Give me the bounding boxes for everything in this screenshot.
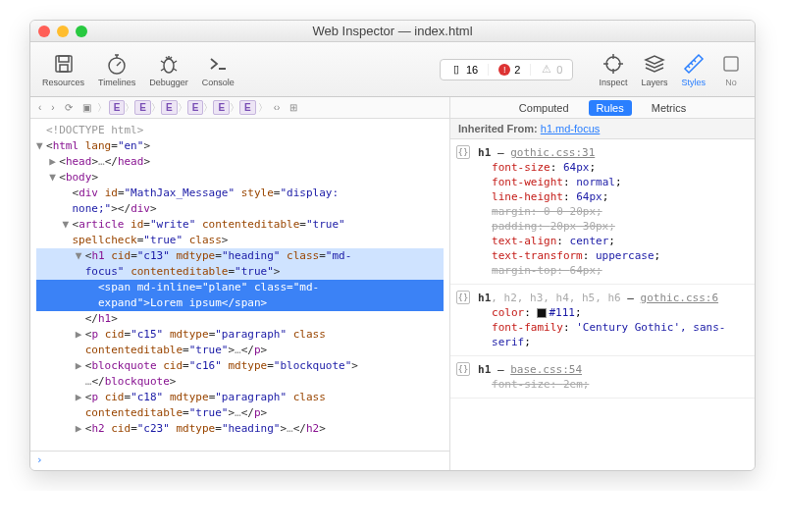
dom-line[interactable]: …</blockquote> <box>36 374 444 390</box>
save-icon <box>52 52 76 76</box>
dom-line[interactable]: ▼<article id="write" contenteditable="tr… <box>36 217 444 233</box>
dom-line[interactable]: ▼<body> <box>36 170 444 186</box>
dom-line[interactable]: focus" contenteditable="true"> <box>36 264 444 280</box>
breadcrumb-item[interactable]: E <box>187 100 204 115</box>
css-property[interactable]: margin: 0 0 20px; <box>478 204 747 219</box>
grid-icon[interactable]: ⊞ <box>286 102 301 113</box>
inherited-link[interactable]: h1.md-focus <box>541 123 601 134</box>
css-rule[interactable]: {} h1, h2, h3, h4, h5, h6 — gothic.css:6… <box>450 285 755 356</box>
dom-line[interactable]: ▼<html lang="en"> <box>36 138 444 154</box>
breadcrumb-item[interactable]: E <box>213 100 230 115</box>
inherited-from: Inherited From: h1.md-focus <box>450 119 755 139</box>
rule-gutter-icon[interactable]: {} <box>456 291 470 304</box>
dom-line[interactable]: spellcheck="true" class> <box>36 233 444 248</box>
logs-counter[interactable]: ▯16 <box>441 64 489 76</box>
tab-computed[interactable]: Computed <box>511 100 577 116</box>
breadcrumb-item[interactable]: E <box>239 100 256 115</box>
svg-point-5 <box>606 57 620 71</box>
tab-metrics[interactable]: Metrics <box>644 100 694 116</box>
source-link[interactable]: gothic.css:31 <box>510 146 595 159</box>
document-icon: ▯ <box>450 64 462 76</box>
dom-tree[interactable]: <!DOCTYPE html>▼<html lang="en"> ▶<head>… <box>30 119 449 451</box>
css-property[interactable]: line-height: 64px; <box>478 189 747 204</box>
dom-line[interactable]: <div id="MathJax_Message" style="display… <box>36 186 444 201</box>
window-title: Web Inspector — index.html <box>30 24 755 38</box>
inspector-window: Web Inspector — index.html Resources Tim… <box>29 20 756 471</box>
layers-tab[interactable]: Layers <box>635 50 673 89</box>
dom-line[interactable]: ▼<h1 cid="c13" mdtype="heading" class="m… <box>36 248 444 264</box>
issue-counters[interactable]: ▯16 !2 ⚠0 <box>440 59 574 80</box>
css-property[interactable]: font-size: 64px; <box>478 160 747 175</box>
svg-point-4 <box>164 59 174 73</box>
svg-rect-6 <box>724 57 738 71</box>
css-property[interactable]: font-weight: normal; <box>478 175 747 189</box>
warnings-counter[interactable]: ⚠0 <box>531 64 572 76</box>
css-property[interactable]: margin-top: 64px; <box>478 263 747 278</box>
source-link[interactable]: gothic.css:6 <box>641 292 718 304</box>
bug-icon <box>157 52 181 76</box>
console-prompt[interactable]: › <box>30 451 449 470</box>
breadcrumb-bar: ‹ › ⟳ ▣ 〉 E〉E〉E〉E〉E〉E 〉 ‹› ⊞ <box>30 97 449 119</box>
dom-line[interactable]: ▶<blockquote cid="c16" mdtype="blockquot… <box>36 358 444 374</box>
ruler-icon <box>682 52 706 76</box>
console-icon <box>206 52 230 76</box>
reload-icon[interactable]: ⟳ <box>61 102 77 113</box>
styles-tabs: Computed Rules Metrics <box>450 97 755 119</box>
css-property[interactable]: font-family: 'Century Gothic', sans-seri… <box>478 320 747 349</box>
dom-line[interactable]: ▶<p cid="c18" mdtype="paragraph" class <box>36 390 444 405</box>
svg-rect-2 <box>60 65 68 72</box>
css-property[interactable]: color: #111; <box>478 305 747 320</box>
layers-icon <box>643 52 666 76</box>
frame-icon[interactable]: ▣ <box>78 102 95 113</box>
dom-line[interactable]: ▶<head>…</head> <box>36 154 444 170</box>
source-link[interactable]: base.css:54 <box>510 363 582 376</box>
breadcrumb-item[interactable]: E <box>134 100 151 115</box>
forward-button[interactable]: › <box>47 102 58 113</box>
dom-line[interactable]: contenteditable="true">…</p> <box>36 405 444 421</box>
css-rule[interactable]: {} h1 — base.css:54 font-size: 2em; <box>450 356 755 399</box>
inspect-tool[interactable]: Inspect <box>593 50 633 89</box>
rule-gutter-icon[interactable]: {} <box>456 145 470 159</box>
titlebar: Web Inspector — index.html <box>30 21 755 42</box>
dom-panel: ‹ › ⟳ ▣ 〉 E〉E〉E〉E〉E〉E 〉 ‹› ⊞ <!DOCTYPE h… <box>30 97 450 470</box>
dom-line[interactable]: <span md-inline="plane" class="md- <box>36 280 444 295</box>
dom-line[interactable]: ▶<p cid="c15" mdtype="paragraph" class <box>36 327 444 343</box>
warning-icon: ⚠ <box>541 64 552 76</box>
css-property[interactable]: padding: 20px 30px; <box>478 219 747 234</box>
code-icon[interactable]: ‹› <box>270 102 285 113</box>
dom-line[interactable]: contenteditable="true">…</p> <box>36 343 444 358</box>
breadcrumb-item[interactable]: E <box>109 100 126 115</box>
dom-line[interactable]: ▶<h2 cid="c23" mdtype="heading">…</h2> <box>36 421 444 437</box>
css-property[interactable]: font-size: 2em; <box>478 377 747 392</box>
svg-rect-1 <box>59 56 69 62</box>
debugger-tab[interactable]: Debugger <box>143 50 194 89</box>
dom-line[interactable]: none;"></div> <box>36 201 444 217</box>
styles-tab[interactable]: Styles <box>675 50 711 89</box>
css-rule[interactable]: {} h1 — gothic.css:31 font-size: 64px;fo… <box>450 139 755 285</box>
dom-line[interactable]: expand">Lorem ipsum</span> <box>36 295 444 311</box>
errors-counter[interactable]: !2 <box>489 64 531 76</box>
css-property[interactable]: text-transform: uppercase; <box>478 248 747 263</box>
error-icon: ! <box>498 64 510 76</box>
node-tab[interactable]: No <box>713 50 749 89</box>
stopwatch-icon <box>105 52 129 76</box>
crosshair-icon <box>602 52 625 76</box>
timelines-tab[interactable]: Timelines <box>92 50 141 89</box>
dom-line[interactable]: </h1> <box>36 311 444 327</box>
resources-tab[interactable]: Resources <box>36 50 90 89</box>
breadcrumb-item[interactable]: E <box>161 100 178 115</box>
styles-panel: Computed Rules Metrics Inherited From: h… <box>450 97 755 470</box>
css-property[interactable]: text-align: center; <box>478 234 747 248</box>
tab-rules[interactable]: Rules <box>589 100 632 116</box>
dom-line[interactable]: <!DOCTYPE html> <box>36 123 444 138</box>
toolbar: Resources Timelines Debugger Console ▯16… <box>30 42 755 97</box>
back-button[interactable]: ‹ <box>34 102 45 113</box>
node-icon <box>719 52 743 76</box>
rule-gutter-icon[interactable]: {} <box>456 362 470 376</box>
console-tab[interactable]: Console <box>196 50 240 89</box>
